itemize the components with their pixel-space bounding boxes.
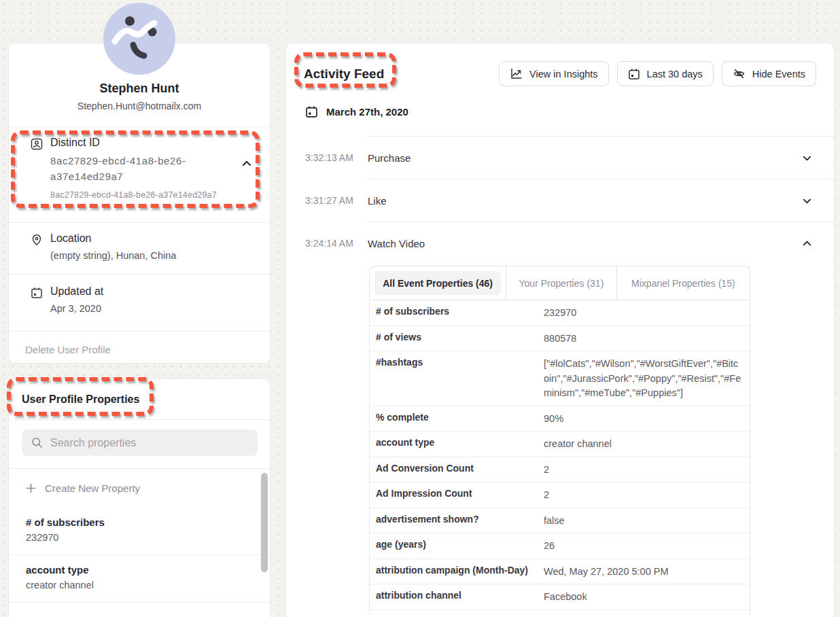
tab-all-event-properties[interactable]: All Event Properties (46) <box>370 266 506 300</box>
table-row: advertisement shown? false <box>370 508 750 534</box>
property-value: creator channel <box>26 580 270 590</box>
updated-at-value: Apr 3, 2020 <box>50 302 103 316</box>
table-row: Ad Impression Count 2 <box>370 482 750 508</box>
updated-at-section: Updated at Apr 3, 2020 <box>9 275 270 331</box>
event-row-purchase[interactable]: 3:32:13 AM Purchase <box>286 137 834 179</box>
distinct-id-label: Distinct ID <box>50 137 217 149</box>
event-name: Purchase <box>368 152 802 164</box>
calendar-icon <box>628 68 640 80</box>
property-name: # of subscribers <box>26 516 270 528</box>
create-new-property-button[interactable]: Create New Property <box>9 469 270 508</box>
table-row: attribution campaign (Month-Day) Wed, Ma… <box>370 559 750 585</box>
search-icon <box>31 437 43 448</box>
event-name: Like <box>368 195 802 207</box>
user-avatar <box>103 3 175 75</box>
user-profile-properties-title: User Profile Properties <box>9 379 270 420</box>
table-row: # of subscribers 232970 <box>370 300 750 326</box>
distinct-id-section: Distinct ID 8ac27829-ebcd-41a8-be26-a37e… <box>9 127 270 222</box>
hide-events-button[interactable]: Hide Events <box>722 61 816 86</box>
map-pin-icon <box>31 234 43 246</box>
location-label: Location <box>50 232 176 245</box>
distinct-id-value: 8ac27829-ebcd-41a8-be26-a37e14ed29a7 <box>50 153 217 184</box>
calendar-icon <box>31 287 43 299</box>
chevron-down-icon[interactable] <box>802 153 812 163</box>
list-item[interactable]: # of subscribers 232970 <box>9 508 270 555</box>
property-value: 232970 <box>26 532 270 543</box>
list-item[interactable]: account type creator channel <box>9 555 270 603</box>
event-properties-panel: All Event Properties (46) Your Propertie… <box>369 266 750 614</box>
last-30-days-button[interactable]: Last 30 days <box>617 61 714 86</box>
tab-mixpanel-properties[interactable]: Mixpanel Properties (15) <box>616 266 750 300</box>
chevron-down-icon[interactable] <box>802 196 812 206</box>
table-row: attribution channel Facebook <box>370 584 750 610</box>
table-row: #hashtags ["#lolCats","#Wilson","#WorstG… <box>370 351 750 406</box>
location-value: (empty string), Hunan, China <box>50 249 176 263</box>
user-email: Stephen.Hunt@hotmailx.com <box>9 101 270 111</box>
search-properties-input[interactable] <box>50 437 248 449</box>
updated-at-label: Updated at <box>50 285 103 298</box>
chevron-up-icon[interactable] <box>241 158 255 172</box>
chevron-up-icon[interactable] <box>802 239 812 249</box>
plus-icon <box>26 483 36 493</box>
event-row-watch-video[interactable]: 3:24:14 AM Watch Video <box>286 222 834 264</box>
table-row <box>370 610 750 614</box>
table-row: # of views 880578 <box>370 326 750 352</box>
table-row: Ad Conversion Count 2 <box>370 457 750 483</box>
contact-card-icon <box>31 138 43 150</box>
event-time: 3:31:27 AM <box>305 195 368 206</box>
table-row: % complete 90% <box>370 406 750 432</box>
scrollbar-thumb[interactable] <box>261 473 268 572</box>
calendar-icon <box>305 105 318 118</box>
property-name: account type <box>26 564 270 576</box>
date-header: March 27th, 2020 <box>305 105 816 118</box>
event-name: Watch Video <box>368 238 802 249</box>
event-time: 3:24:14 AM <box>305 238 368 249</box>
view-in-insights-button[interactable]: View in Insights <box>499 61 608 86</box>
event-time: 3:32:13 AM <box>305 152 368 163</box>
delete-user-profile-button[interactable]: Delete User Profile <box>9 332 270 367</box>
search-properties-box[interactable] <box>22 429 258 456</box>
properties-list: Create New Property # of subscribers 232… <box>9 469 270 603</box>
event-row-like[interactable]: 3:31:27 AM Like <box>286 179 834 222</box>
eye-off-icon <box>733 67 746 80</box>
location-section: Location (empty string), Hunan, China <box>9 223 270 274</box>
user-name: Stephen Hunt <box>9 82 270 96</box>
user-profile-properties-card: User Profile Properties Create New Prope… <box>8 378 270 617</box>
user-profile-card: Stephen Hunt Stephen.Hunt@hotmailx.com D… <box>8 43 270 364</box>
line-chart-icon <box>510 67 523 80</box>
table-row: age (years) 26 <box>370 533 750 559</box>
distinct-id-copy: 8ac27829-ebcd-41a8-be26-a37e14ed29a7 <box>50 190 256 200</box>
activity-feed-card: Activity Feed View in Insights <box>285 43 835 617</box>
tab-your-properties[interactable]: Your Properties (31) <box>506 266 616 300</box>
table-row: account type creator channel <box>370 431 750 457</box>
activity-feed-title: Activity Feed <box>304 67 384 82</box>
event-properties-tabs: All Event Properties (46) Your Propertie… <box>370 266 750 300</box>
